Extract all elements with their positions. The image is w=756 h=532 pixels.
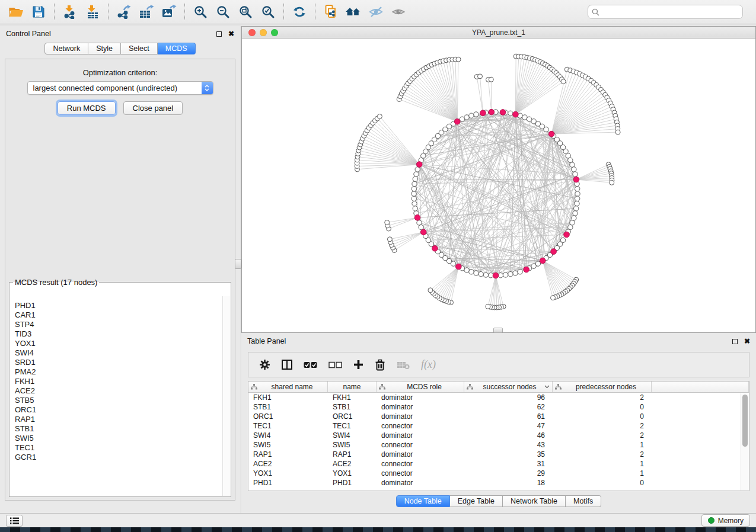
horizontal-splitter-handle[interactable] — [493, 328, 503, 333]
export-image-button[interactable] — [158, 2, 180, 22]
table-cell[interactable]: SWI4 — [248, 431, 328, 440]
zoom-out-button[interactable] — [212, 2, 234, 22]
graph-node[interactable] — [412, 181, 417, 186]
mcds-result-item[interactable]: TID3 — [15, 329, 222, 339]
table-cell[interactable]: 61 — [464, 412, 553, 421]
mcds-result-item[interactable]: STB1 — [15, 424, 222, 434]
graph-node[interactable] — [413, 206, 417, 211]
graph-hub-node[interactable] — [573, 177, 579, 182]
table-cell[interactable]: 2 — [553, 393, 652, 402]
graph-hub-node[interactable] — [454, 118, 460, 124]
graph-hub-node[interactable] — [480, 110, 486, 116]
table-cell[interactable]: FKH1 — [328, 393, 377, 402]
graph-node[interactable] — [522, 115, 527, 120]
function-builder-button[interactable]: f(x) — [421, 358, 436, 371]
graph-hub-node[interactable] — [420, 229, 426, 235]
graph-hub-node[interactable] — [414, 215, 420, 221]
scrollbar-thumb[interactable] — [742, 395, 748, 447]
table-cell[interactable]: TEC1 — [248, 421, 328, 431]
table-cell[interactable]: connector — [377, 421, 464, 431]
graph-hub-node[interactable] — [513, 111, 519, 117]
graph-node[interactable] — [574, 206, 579, 211]
table-row[interactable]: YOX1YOX1connector291 — [248, 469, 749, 478]
graph-leaf-node[interactable] — [478, 74, 483, 79]
import-table-button[interactable] — [81, 2, 104, 22]
mcds-result-item[interactable]: ORC1 — [15, 405, 222, 415]
memory-button[interactable]: Memory — [701, 514, 750, 527]
graph-hub-node[interactable] — [489, 109, 495, 115]
table-cell[interactable]: dominator — [377, 478, 464, 488]
table-row[interactable]: SWI5SWI5connector431 — [248, 440, 749, 450]
graph-leaf-node[interactable] — [561, 79, 566, 84]
close-window-icon[interactable] — [248, 29, 256, 36]
graph-node[interactable] — [415, 167, 420, 172]
float-panel-icon[interactable] — [216, 31, 222, 37]
graph-node[interactable] — [412, 187, 416, 191]
table-cell[interactable]: 96 — [464, 393, 553, 402]
graph-node[interactable] — [464, 268, 469, 273]
column-header-MCDS-role[interactable]: MCDS role — [377, 382, 464, 392]
graph-hub-node[interactable] — [432, 246, 438, 252]
graph-node[interactable] — [508, 111, 513, 116]
run-mcds-button[interactable]: Run MCDS — [58, 101, 116, 115]
table-row[interactable]: PHD1PHD1dominator180 — [248, 478, 749, 488]
table-cell[interactable]: FKH1 — [248, 393, 328, 402]
table-cell[interactable]: ACE2 — [248, 459, 328, 469]
zoom-in-button[interactable] — [189, 2, 212, 22]
graph-leaf-node[interactable] — [489, 77, 493, 82]
minimize-window-icon[interactable] — [260, 29, 267, 36]
table-cell[interactable]: connector — [377, 440, 464, 450]
duplicate-network-button[interactable] — [320, 2, 342, 22]
table-cell[interactable]: 29 — [464, 469, 553, 478]
delete-column-button[interactable] — [375, 359, 385, 371]
table-cell[interactable]: 2 — [553, 421, 652, 431]
task-history-button[interactable] — [6, 515, 23, 527]
table-cell[interactable]: RAP1 — [328, 450, 377, 459]
vertical-splitter-handle[interactable] — [235, 259, 241, 269]
tab-select[interactable]: Select — [121, 43, 158, 55]
graph-hub-node[interactable] — [524, 267, 529, 273]
table-cell[interactable]: 43 — [464, 440, 553, 450]
graph-node[interactable] — [483, 273, 488, 277]
column-header-predecessor-nodes[interactable]: predecessor nodes — [553, 382, 652, 392]
graph-leaf-node[interactable] — [385, 220, 390, 225]
table-row[interactable]: TEC1TEC1connector472 — [248, 421, 749, 431]
table-cell[interactable]: STB1 — [328, 402, 377, 412]
mcds-result-item[interactable]: SWI4 — [15, 348, 222, 358]
graph-leaf-node[interactable] — [387, 237, 392, 242]
graph-leaf-node[interactable] — [456, 57, 461, 62]
graph-hub-node[interactable] — [416, 162, 422, 168]
table-cell[interactable]: 47 — [464, 421, 553, 431]
table-cell[interactable]: SWI5 — [328, 440, 377, 450]
show-columns-button[interactable] — [282, 360, 292, 370]
graph-node[interactable] — [508, 272, 513, 277]
mcds-result-item[interactable]: SRD1 — [15, 358, 222, 367]
deselect-all-button[interactable] — [328, 361, 342, 369]
mcds-result-item[interactable]: ACE2 — [15, 386, 222, 396]
table-cell[interactable]: 2 — [553, 450, 652, 459]
table-cell[interactable]: 1 — [553, 469, 652, 478]
table-row[interactable]: ACE2ACE2connector311 — [248, 459, 749, 469]
graph-hub-node[interactable] — [456, 264, 462, 270]
table-cell[interactable]: ORC1 — [328, 412, 377, 421]
first-neighbors-button[interactable] — [342, 2, 365, 22]
add-column-button[interactable] — [353, 360, 363, 370]
table-cell[interactable]: RAP1 — [248, 450, 328, 459]
graph-leaf-node[interactable] — [615, 130, 620, 134]
select-all-button[interactable] — [304, 361, 317, 369]
apply-layout-button[interactable] — [288, 2, 311, 22]
tab-style[interactable]: Style — [88, 43, 121, 55]
graph-node[interactable] — [572, 216, 576, 220]
table-cell[interactable]: dominator — [377, 412, 464, 421]
table-cell[interactable]: YOX1 — [328, 469, 377, 478]
tab-edge-table[interactable]: Edge Table — [450, 495, 503, 507]
graph-node[interactable] — [460, 117, 464, 121]
column-header-shared-name[interactable]: shared name — [248, 382, 328, 392]
tab-network[interactable]: Network — [44, 43, 88, 55]
graph-hub-node[interactable] — [564, 232, 570, 238]
graph-leaf-node[interactable] — [428, 288, 433, 293]
network-canvas[interactable] — [242, 39, 755, 332]
graph-node[interactable] — [498, 273, 503, 278]
table-row[interactable]: STB1STB1dominator620 — [248, 402, 749, 412]
table-cell[interactable]: SWI5 — [248, 440, 328, 450]
